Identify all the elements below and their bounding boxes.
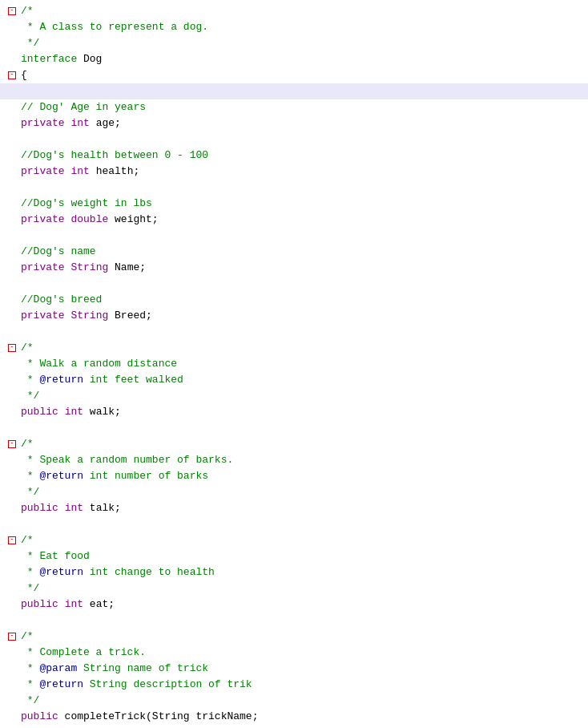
line-content: public int walk;	[18, 404, 588, 420]
fold-gutter	[6, 83, 18, 99]
code-line	[0, 324, 588, 340]
fold-gutter	[6, 196, 18, 212]
fold-button[interactable]: -	[8, 440, 16, 448]
line-content	[18, 420, 588, 436]
code-token: * A class to represent a dog.	[21, 21, 208, 33]
line-content: * @return String description of trik	[18, 677, 588, 693]
code-token: //Dog's name	[21, 245, 96, 257]
fold-gutter[interactable]: -	[6, 340, 18, 356]
code-token: @return	[39, 566, 83, 578]
line-content: public completeTrick(String trickName;	[18, 709, 588, 725]
code-line: private double weight;	[0, 212, 588, 228]
code-token: /*	[21, 534, 34, 546]
fold-gutter	[6, 276, 18, 292]
code-token: //Dog's breed	[21, 293, 102, 305]
fold-gutter	[6, 164, 18, 180]
code-token: double	[70, 213, 108, 225]
fold-gutter[interactable]: -	[6, 629, 18, 645]
line-content	[18, 228, 588, 244]
code-token: int change to health	[83, 566, 215, 578]
fold-gutter	[6, 324, 18, 340]
code-line: */	[0, 484, 588, 500]
code-line: * @return int feet walked	[0, 372, 588, 388]
code-token: * Speak a random number of barks.	[21, 454, 233, 466]
code-line: public int eat;	[0, 597, 588, 613]
fold-button[interactable]: -	[8, 633, 16, 641]
code-token: @return	[39, 374, 83, 386]
code-token: walk;	[83, 406, 121, 418]
line-content: * @param String name of trick	[18, 661, 588, 677]
line-content: private int age;	[18, 115, 588, 131]
code-token: *	[21, 470, 39, 482]
fold-gutter	[6, 35, 18, 51]
line-content: //Dog's health between 0 - 100	[18, 148, 588, 164]
fold-button[interactable]: -	[8, 344, 16, 352]
fold-gutter	[6, 564, 18, 580]
code-line: * Eat food	[0, 548, 588, 564]
code-token: public	[21, 598, 58, 610]
code-token: */	[21, 390, 39, 402]
fold-gutter[interactable]: -	[6, 532, 18, 548]
code-line: private int age;	[0, 115, 588, 131]
code-line: -{	[0, 67, 588, 83]
line-content: interface Dog	[18, 51, 588, 67]
fold-gutter[interactable]: -	[6, 436, 18, 452]
line-content	[18, 613, 588, 629]
code-token: private	[21, 213, 65, 225]
fold-button[interactable]: -	[8, 7, 16, 15]
code-token: int	[65, 502, 83, 514]
line-content: /*	[18, 3, 588, 19]
fold-gutter	[6, 131, 18, 148]
code-token: private	[21, 165, 65, 177]
line-content: }	[18, 725, 588, 728]
code-line: * Speak a random number of barks.	[0, 452, 588, 468]
line-content	[18, 276, 588, 292]
fold-gutter[interactable]: -	[6, 3, 18, 19]
code-line	[0, 180, 588, 196]
line-content: */	[18, 693, 588, 709]
line-content: //Dog's name	[18, 244, 588, 260]
line-content: /*	[18, 340, 588, 356]
code-token: */	[21, 582, 39, 594]
code-token: * Walk a random distance	[21, 358, 177, 370]
line-content: //Dog's breed	[18, 292, 588, 308]
fold-gutter[interactable]: -	[6, 67, 18, 83]
line-content: */	[18, 388, 588, 404]
fold-button[interactable]: -	[8, 71, 16, 79]
code-line: private int health;	[0, 164, 588, 180]
fold-gutter	[6, 548, 18, 564]
code-line: -/*	[0, 3, 588, 19]
fold-gutter	[6, 180, 18, 196]
fold-gutter	[6, 372, 18, 388]
code-token: int feet walked	[83, 374, 183, 386]
line-content: * @return int number of barks	[18, 468, 588, 484]
line-content: /*	[18, 532, 588, 548]
code-editor: -/* * A class to represent a dog. */inte…	[0, 0, 588, 728]
code-line: interface Dog	[0, 51, 588, 67]
fold-gutter	[6, 468, 18, 484]
code-line: //Dog's health between 0 - 100	[0, 148, 588, 164]
line-content: */	[18, 484, 588, 500]
fold-button[interactable]: -	[8, 536, 16, 544]
code-line: */	[0, 693, 588, 709]
line-content: * Complete a trick.	[18, 645, 588, 661]
line-content: * Eat food	[18, 548, 588, 564]
code-line: */	[0, 388, 588, 404]
code-token: */	[21, 486, 39, 498]
line-content: // Dog' Age in years	[18, 99, 588, 115]
code-token: @return	[39, 678, 83, 690]
line-content: * A class to represent a dog.	[18, 19, 588, 35]
code-token: weight;	[108, 213, 158, 225]
code-token: int	[70, 165, 89, 177]
code-token: public	[21, 710, 58, 722]
fold-gutter	[6, 212, 18, 228]
code-line: //Dog's name	[0, 244, 588, 260]
code-line	[0, 420, 588, 436]
code-token: health;	[90, 165, 139, 177]
code-token: public	[21, 406, 58, 418]
fold-gutter	[6, 420, 18, 436]
line-content: * Walk a random distance	[18, 356, 588, 372]
code-line: private String Breed;	[0, 308, 588, 324]
code-token: *	[21, 374, 39, 386]
code-line	[0, 131, 588, 148]
